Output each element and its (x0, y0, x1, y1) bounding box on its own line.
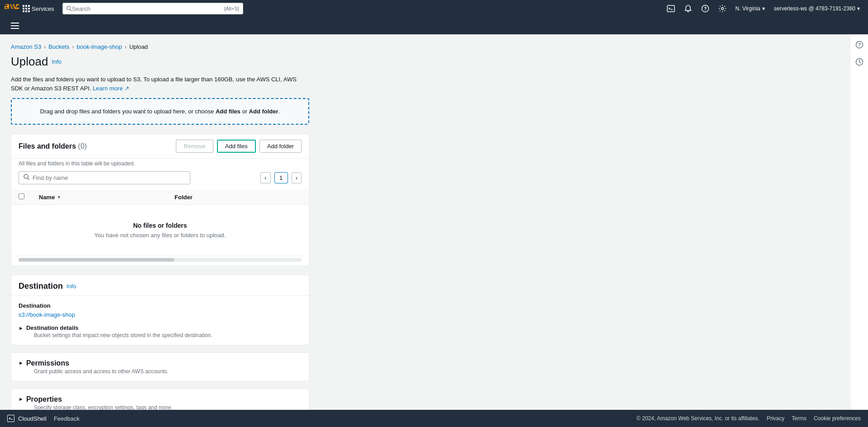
files-title: Files and folders (0) (19, 142, 87, 150)
files-section: Files and folders (0) Remove Add files A… (11, 134, 309, 266)
dest-section-title: Destination (19, 282, 63, 291)
services-nav-btn[interactable]: Services (19, 3, 58, 14)
breadcrumb-sep-2: › (72, 44, 74, 50)
files-count: (0) (78, 142, 87, 150)
scroll-row (11, 256, 309, 265)
cloudshell-nav-btn[interactable] (663, 3, 679, 14)
empty-state: No files or folders You have not chosen … (19, 208, 302, 252)
terminal-icon (667, 5, 675, 13)
dropzone-text: Drag and drop files and folders you want… (40, 108, 280, 115)
empty-title: No files or folders (26, 222, 294, 229)
dest-details-row: ► Destination details Bucket settings th… (19, 324, 302, 338)
add-folder-button[interactable]: Add folder (259, 140, 302, 153)
col-header-checkbox[interactable] (11, 190, 32, 205)
permissions-title[interactable]: Permissions (26, 359, 169, 367)
title-info-link[interactable]: Info (52, 58, 61, 65)
pagination-ctrl: ‹ 1 › (260, 172, 302, 183)
dest-value-link[interactable]: s3://book-image-shop (19, 311, 75, 318)
search-shortcut: [Alt+S] (224, 6, 239, 11)
region-selector[interactable]: N. Virginia ▾ (732, 4, 769, 14)
svg-point-6 (721, 8, 723, 10)
learn-more-link[interactable]: Learn more ↗ (93, 85, 129, 92)
aws-logo[interactable] (5, 4, 19, 13)
select-all-checkbox[interactable] (19, 193, 24, 199)
help-icon: ? (701, 5, 709, 13)
right-panel-help-icon[interactable]: ? (853, 38, 866, 52)
files-table: Name ▼ Folder No files or folder (11, 190, 309, 256)
region-chevron: ▾ (762, 5, 765, 12)
svg-text:?: ? (858, 42, 860, 47)
cloudshell-label: CloudShell (18, 415, 47, 422)
breadcrumb-buckets[interactable]: Buckets (48, 43, 69, 50)
svg-point-0 (67, 6, 71, 10)
destination-section: Destination Info Destination s3://book-i… (11, 275, 309, 345)
dest-details-desc: Bucket settings that impact new objects … (34, 332, 212, 338)
feedback-btn[interactable]: Feedback (54, 415, 80, 422)
terms-link[interactable]: Terms (792, 415, 807, 422)
cloudshell-btn[interactable]: CloudShell (7, 415, 47, 422)
global-search-bar[interactable]: [Alt+S] (62, 3, 243, 14)
right-panel: ? (850, 34, 868, 410)
dest-body: Destination s3://book-image-shop ► Desti… (11, 296, 309, 345)
account-label: serverless-ws @ 4783-7191-2360 (774, 5, 855, 12)
region-label: N. Virginia (736, 5, 760, 12)
prev-page-btn[interactable]: ‹ (260, 172, 270, 183)
remove-button[interactable]: Remove (176, 140, 213, 153)
svg-point-10 (24, 174, 28, 178)
dest-details-label[interactable]: Destination details (26, 324, 212, 331)
properties-expand-icon[interactable]: ► (19, 396, 24, 402)
page-number: 1 (274, 172, 288, 183)
breadcrumb-bucket-name[interactable]: book-image-shop (76, 43, 122, 50)
nav-right-group: ? N. Virginia ▾ serverless-ws @ 4783-719… (663, 3, 863, 14)
table-empty-row: No files or folders You have not chosen … (11, 205, 309, 256)
properties-title[interactable]: Properties (26, 395, 173, 404)
search-nav-icon (66, 5, 72, 12)
dest-expand-icon[interactable]: ► (19, 325, 24, 331)
permissions-expand-icon[interactable]: ► (19, 360, 24, 366)
privacy-link[interactable]: Privacy (767, 415, 784, 422)
breadcrumb-sep-1: › (44, 44, 46, 50)
dest-info-link[interactable]: Info (66, 283, 76, 290)
breadcrumb-current: Upload (129, 43, 148, 50)
col-header-name[interactable]: Name ▼ (32, 190, 167, 205)
cloudshell-icon (7, 415, 14, 422)
permissions-header: ► Permissions Grant public access and ac… (11, 353, 309, 381)
grid-icon (23, 5, 30, 12)
global-search-input[interactable] (72, 5, 221, 12)
secondary-nav (0, 17, 868, 34)
copyright-text: © 2024, Amazon Web Services, Inc. or its… (637, 415, 760, 422)
right-panel-history-icon[interactable] (853, 55, 866, 69)
permissions-section: ► Permissions Grant public access and ac… (11, 352, 309, 381)
page-title: Upload (11, 55, 48, 69)
scroll-thumb[interactable] (19, 258, 174, 262)
breadcrumb: Amazon S3 › Buckets › book-image-shop › … (11, 43, 839, 50)
next-page-btn[interactable]: › (292, 172, 302, 183)
dest-header: Destination Info (11, 275, 309, 296)
empty-desc: You have not chosen any files or folders… (26, 232, 294, 239)
svg-line-11 (28, 178, 29, 180)
files-actions: Remove Add files Add folder (176, 140, 302, 153)
svg-rect-2 (667, 5, 675, 12)
page-title-row: Upload Info (11, 55, 839, 69)
table-search[interactable] (19, 171, 190, 184)
find-by-name-input[interactable] (33, 174, 185, 181)
dropzone[interactable]: Drag and drop files and folders you want… (11, 98, 309, 125)
permissions-desc: Grant public access and access to other … (34, 368, 169, 375)
account-chevron: ▾ (857, 5, 860, 12)
search-row: ‹ 1 › (11, 171, 309, 190)
gear-icon (718, 5, 726, 13)
files-header: Files and folders (0) Remove Add files A… (11, 134, 309, 159)
svg-line-1 (70, 9, 71, 11)
settings-btn[interactable] (715, 3, 730, 14)
add-files-button[interactable]: Add files (217, 140, 256, 153)
page-description: Add the files and folders you want to up… (11, 75, 309, 93)
scroll-track (19, 258, 302, 262)
top-nav: Services [Alt+S] ? (0, 0, 868, 17)
cookie-link[interactable]: Cookie preferences (814, 415, 861, 422)
help-btn[interactable]: ? (698, 3, 713, 14)
account-menu[interactable]: serverless-ws @ 4783-7191-2360 ▾ (770, 4, 863, 14)
hamburger-menu[interactable] (7, 21, 23, 31)
content-area: Amazon S3 › Buckets › book-image-shop › … (0, 34, 850, 427)
breadcrumb-s3[interactable]: Amazon S3 (11, 43, 41, 50)
notifications-btn[interactable] (680, 3, 696, 14)
